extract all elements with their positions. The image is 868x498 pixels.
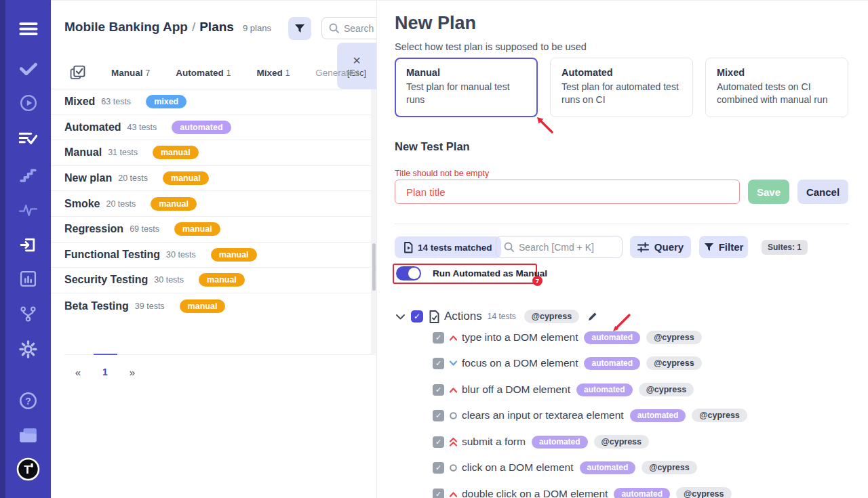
plans-panel: Mobile Banking App/Plans 9 plans × [Esc]… (51, 0, 376, 498)
suite-title: Actions (444, 310, 482, 323)
plan-row-beta-testing[interactable]: Beta Testing 39 tests manual (51, 293, 376, 319)
toggle-label: Run Automated as Manual (433, 268, 547, 278)
automated-badge: automated (614, 488, 670, 498)
plan-badge: manual (174, 222, 220, 236)
sidebar-edge (0, 0, 5, 498)
tests-matched-button[interactable]: 14 tests matched (395, 236, 501, 258)
tab-mixed[interactable]: Mixed1 (256, 68, 290, 78)
gear-icon[interactable] (5, 340, 51, 358)
card-automated[interactable]: Automated Test plan for automated test r… (550, 58, 693, 117)
automated-badge: automated (580, 461, 636, 474)
test-row[interactable]: ✓ clears an input or textarea element au… (433, 409, 747, 422)
form-error-message: Title should not be empty (395, 169, 489, 178)
select-all-icon[interactable] (70, 65, 85, 81)
priority-low-icon (449, 360, 458, 367)
test-row[interactable]: ✓ type into a DOM element automated @cyp… (433, 331, 702, 344)
page-title: New Plan (395, 13, 476, 34)
breadcrumb-separator: / (188, 20, 199, 34)
test-row[interactable]: ✓ focus on a DOM element automated @cypr… (433, 356, 702, 370)
check-icon[interactable] (5, 62, 51, 75)
menu-icon[interactable] (5, 20, 51, 37)
test-checkbox[interactable]: ✓ (433, 332, 444, 344)
priority-high-icon (449, 334, 458, 341)
card-mixed[interactable]: Mixed Automated tests on CI combined wit… (705, 58, 848, 117)
tab-manual[interactable]: Manual7 (111, 68, 150, 78)
plan-type-cards: Manual Test plan for manual test runs Au… (395, 58, 848, 117)
play-circle-icon[interactable] (5, 94, 51, 112)
scrollbar-track (371, 89, 376, 354)
plan-badge: manual (211, 248, 257, 262)
app-sidebar: ? T (0, 0, 51, 498)
form-heading: New Test Plan (395, 140, 470, 153)
document-icon (429, 310, 440, 323)
test-row[interactable]: ✓ submit a form automated @cypress (433, 435, 649, 449)
plans-count: 9 plans (243, 23, 271, 33)
test-tag: @cypress (692, 409, 747, 422)
test-tag: @cypress (594, 435, 649, 449)
chevron-down-icon[interactable] (396, 314, 405, 320)
pagination-next-button[interactable]: » (127, 367, 138, 378)
plan-row-regression[interactable]: Regression 69 tests manual (51, 217, 376, 243)
scrollbar-thumb[interactable] (372, 243, 376, 291)
plan-row-new-plan[interactable]: New plan 20 tests manual (51, 166, 376, 192)
folders-icon[interactable] (5, 427, 51, 443)
priority-high-icon (449, 491, 458, 498)
query-button[interactable]: Query (630, 236, 691, 258)
tab-generated[interactable]: Generated (315, 68, 359, 78)
suite-row-actions[interactable]: ✓ Actions 14 tests @cypress (396, 308, 598, 325)
app-logo[interactable]: T (5, 457, 51, 481)
test-checkbox[interactable]: ✓ (433, 384, 444, 396)
plan-row-functional-testing[interactable]: Functional Testing 30 tests manual (51, 243, 376, 268)
funnel-icon (294, 24, 305, 34)
plan-row-smoke[interactable]: Smoke 20 tests manual (51, 191, 376, 217)
tab-automated[interactable]: Automated1 (176, 68, 231, 78)
priority-normal-icon (449, 411, 458, 420)
test-checkbox[interactable]: ✓ (433, 436, 444, 448)
test-row[interactable]: ✓ blur off a DOM element automated @cypr… (433, 383, 694, 396)
automated-badge: automated (532, 436, 588, 449)
automated-badge: automated (584, 357, 640, 370)
test-tag: @cypress (646, 331, 701, 344)
test-checkbox[interactable]: ✓ (433, 410, 444, 421)
plan-row-manual[interactable]: Manual 31 tests manual (51, 140, 376, 166)
steps-icon[interactable] (5, 166, 51, 183)
plan-row-automated[interactable]: Automated 43 tests automated (51, 115, 376, 141)
cancel-button[interactable]: Cancel (797, 180, 848, 204)
active-page-indicator (94, 354, 117, 356)
edit-pencil-icon[interactable] (587, 311, 598, 322)
bar-chart-icon[interactable] (5, 270, 51, 287)
pagination-prev-button[interactable]: « (73, 367, 83, 378)
plans-tabs: Manual7 Automated1 Mixed1 Generated (70, 62, 359, 83)
tests-search[interactable] (496, 236, 623, 258)
funnel-icon (704, 243, 714, 252)
test-checkbox[interactable]: ✓ (433, 358, 444, 369)
pagination-page-1[interactable]: 1 (100, 367, 111, 378)
tests-search-input[interactable] (519, 242, 614, 253)
breadcrumb-project[interactable]: Mobile Banking App (64, 20, 188, 34)
test-row[interactable]: ✓ double click on a DOM element automate… (433, 487, 732, 498)
filter-button[interactable]: Filter (699, 236, 748, 258)
test-file-icon (403, 242, 413, 253)
run-automated-as-manual-toggle[interactable] (396, 266, 421, 281)
plan-row-mixed[interactable]: Mixed 63 tests mixed (51, 89, 376, 115)
pulse-icon[interactable] (5, 203, 51, 217)
automated-badge: automated (576, 383, 633, 396)
test-row[interactable]: ✓ click on a DOM element automated @cypr… (433, 461, 697, 474)
save-button[interactable]: Save (748, 180, 789, 204)
list-check-icon[interactable] (5, 131, 51, 146)
suite-checkbox[interactable]: ✓ (411, 310, 423, 323)
plan-title-input[interactable] (395, 180, 740, 204)
plans-search[interactable] (321, 17, 376, 39)
search-icon (504, 242, 514, 252)
help-icon[interactable]: ? (5, 392, 51, 410)
plan-row-security-testing[interactable]: Security Testing 30 tests manual (51, 268, 376, 293)
test-checkbox[interactable]: ✓ (433, 462, 444, 474)
card-manual[interactable]: Manual Test plan for manual test runs (395, 58, 538, 117)
plan-badge: manual (163, 171, 209, 185)
branch-icon[interactable] (5, 306, 51, 323)
new-plan-panel: New Plan Select how test plan is suppose… (376, 0, 868, 498)
test-checkbox[interactable]: ✓ (433, 489, 444, 498)
sign-in-icon[interactable] (5, 236, 51, 253)
plans-filter-button[interactable] (288, 17, 311, 40)
plans-search-input[interactable] (344, 23, 376, 34)
